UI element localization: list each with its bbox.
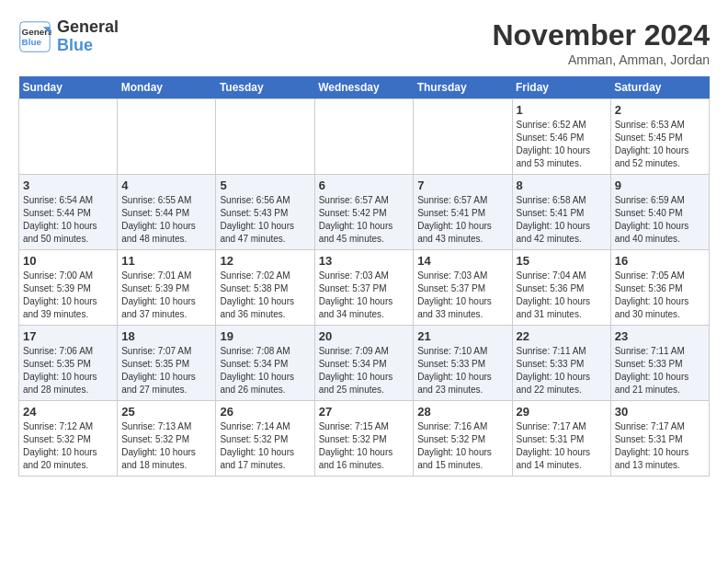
day-number: 20: [319, 329, 410, 343]
calendar-header-row: SundayMondayTuesdayWednesdayThursdayFrid…: [19, 76, 710, 99]
day-number: 5: [220, 178, 310, 192]
day-info: Sunrise: 6:57 AMSunset: 5:41 PMDaylight:…: [417, 194, 507, 246]
day-number: 16: [615, 254, 705, 268]
day-info: Sunrise: 7:08 AMSunset: 5:34 PMDaylight:…: [220, 345, 310, 396]
day-info: Sunrise: 6:52 AMSunset: 5:46 PMDaylight:…: [517, 119, 607, 170]
day-info: Sunrise: 7:06 AMSunset: 5:35 PMDaylight:…: [23, 345, 113, 396]
calendar-cell: 23Sunrise: 7:11 AMSunset: 5:33 PMDayligh…: [610, 326, 709, 401]
day-number: 6: [319, 178, 410, 192]
calendar-cell: [414, 99, 512, 175]
day-info: Sunrise: 6:59 AMSunset: 5:40 PMDaylight:…: [615, 194, 705, 246]
day-number: 15: [517, 254, 607, 268]
col-header-thursday: Thursday: [414, 76, 512, 99]
day-number: 10: [23, 254, 113, 268]
calendar-cell: 26Sunrise: 7:14 AMSunset: 5:32 PMDayligh…: [216, 401, 314, 477]
day-number: 30: [615, 405, 705, 419]
col-header-monday: Monday: [118, 76, 216, 99]
calendar-cell: [216, 99, 314, 175]
calendar-table: SundayMondayTuesdayWednesdayThursdayFrid…: [18, 76, 710, 477]
calendar-week-4: 17Sunrise: 7:06 AMSunset: 5:35 PMDayligh…: [19, 326, 710, 401]
page-header: General Blue General Blue November 2024 …: [18, 18, 710, 67]
calendar-cell: 9Sunrise: 6:59 AMSunset: 5:40 PMDaylight…: [610, 175, 709, 250]
calendar-cell: 2Sunrise: 6:53 AMSunset: 5:45 PMDaylight…: [610, 99, 709, 175]
day-number: 24: [23, 405, 113, 419]
day-number: 14: [417, 254, 507, 268]
day-number: 9: [615, 178, 705, 192]
day-info: Sunrise: 7:10 AMSunset: 5:33 PMDaylight:…: [417, 345, 507, 396]
day-info: Sunrise: 7:04 AMSunset: 5:36 PMDaylight:…: [517, 270, 607, 321]
day-info: Sunrise: 7:02 AMSunset: 5:38 PMDaylight:…: [220, 270, 310, 321]
day-number: 17: [23, 329, 113, 343]
calendar-week-1: 1Sunrise: 6:52 AMSunset: 5:46 PMDaylight…: [19, 99, 710, 175]
day-number: 25: [121, 405, 211, 419]
day-info: Sunrise: 6:54 AMSunset: 5:44 PMDaylight:…: [23, 194, 113, 246]
calendar-cell: 20Sunrise: 7:09 AMSunset: 5:34 PMDayligh…: [314, 326, 414, 401]
calendar-cell: 6Sunrise: 6:57 AMSunset: 5:42 PMDaylight…: [314, 175, 414, 250]
col-header-friday: Friday: [512, 76, 610, 99]
day-info: Sunrise: 7:09 AMSunset: 5:34 PMDaylight:…: [319, 345, 410, 396]
day-info: Sunrise: 7:05 AMSunset: 5:36 PMDaylight:…: [615, 270, 705, 321]
day-number: 1: [517, 103, 607, 117]
location: Amman, Amman, Jordan: [492, 52, 710, 67]
day-number: 28: [417, 405, 507, 419]
col-header-tuesday: Tuesday: [216, 76, 314, 99]
day-number: 23: [615, 329, 705, 343]
calendar-cell: 19Sunrise: 7:08 AMSunset: 5:34 PMDayligh…: [216, 326, 314, 401]
day-number: 18: [121, 329, 211, 343]
calendar-cell: 30Sunrise: 7:17 AMSunset: 5:31 PMDayligh…: [610, 401, 709, 477]
calendar-cell: 10Sunrise: 7:00 AMSunset: 5:39 PMDayligh…: [19, 250, 118, 326]
calendar-cell: 21Sunrise: 7:10 AMSunset: 5:33 PMDayligh…: [414, 326, 512, 401]
calendar-cell: [19, 99, 118, 175]
day-number: 29: [517, 405, 607, 419]
day-info: Sunrise: 6:53 AMSunset: 5:45 PMDaylight:…: [615, 119, 705, 170]
day-info: Sunrise: 6:55 AMSunset: 5:44 PMDaylight:…: [121, 194, 211, 246]
day-info: Sunrise: 6:56 AMSunset: 5:43 PMDaylight:…: [220, 194, 310, 246]
day-info: Sunrise: 6:57 AMSunset: 5:42 PMDaylight:…: [319, 194, 410, 246]
day-info: Sunrise: 7:00 AMSunset: 5:39 PMDaylight:…: [23, 270, 113, 321]
day-info: Sunrise: 7:01 AMSunset: 5:39 PMDaylight:…: [121, 270, 211, 321]
day-number: 21: [417, 329, 507, 343]
logo-icon: General Blue: [18, 20, 51, 53]
logo-text: General Blue: [57, 18, 119, 55]
col-header-saturday: Saturday: [610, 76, 709, 99]
day-number: 12: [220, 254, 310, 268]
day-info: Sunrise: 6:58 AMSunset: 5:41 PMDaylight:…: [517, 194, 607, 246]
calendar-cell: 18Sunrise: 7:07 AMSunset: 5:35 PMDayligh…: [118, 326, 216, 401]
calendar-cell: 15Sunrise: 7:04 AMSunset: 5:36 PMDayligh…: [512, 250, 610, 326]
day-info: Sunrise: 7:12 AMSunset: 5:32 PMDaylight:…: [23, 420, 113, 472]
calendar-cell: 4Sunrise: 6:55 AMSunset: 5:44 PMDaylight…: [118, 175, 216, 250]
day-info: Sunrise: 7:07 AMSunset: 5:35 PMDaylight:…: [121, 345, 211, 396]
calendar-cell: 28Sunrise: 7:16 AMSunset: 5:32 PMDayligh…: [414, 401, 512, 477]
calendar-cell: 12Sunrise: 7:02 AMSunset: 5:38 PMDayligh…: [216, 250, 314, 326]
day-number: 26: [220, 405, 310, 419]
day-info: Sunrise: 7:15 AMSunset: 5:32 PMDaylight:…: [319, 420, 410, 472]
col-header-sunday: Sunday: [19, 76, 118, 99]
title-area: November 2024 Amman, Amman, Jordan: [492, 18, 710, 67]
calendar-cell: 13Sunrise: 7:03 AMSunset: 5:37 PMDayligh…: [314, 250, 414, 326]
logo: General Blue General Blue: [18, 18, 119, 55]
calendar-week-5: 24Sunrise: 7:12 AMSunset: 5:32 PMDayligh…: [19, 401, 710, 477]
day-info: Sunrise: 7:16 AMSunset: 5:32 PMDaylight:…: [417, 420, 507, 472]
calendar-cell: 24Sunrise: 7:12 AMSunset: 5:32 PMDayligh…: [19, 401, 118, 477]
day-number: 19: [220, 329, 310, 343]
svg-text:Blue: Blue: [22, 37, 42, 47]
day-number: 22: [517, 329, 607, 343]
day-info: Sunrise: 7:11 AMSunset: 5:33 PMDaylight:…: [517, 345, 607, 396]
calendar-cell: 27Sunrise: 7:15 AMSunset: 5:32 PMDayligh…: [314, 401, 414, 477]
calendar-cell: 14Sunrise: 7:03 AMSunset: 5:37 PMDayligh…: [414, 250, 512, 326]
calendar-cell: [118, 99, 216, 175]
day-number: 3: [23, 178, 113, 192]
day-number: 13: [319, 254, 410, 268]
calendar-cell: 7Sunrise: 6:57 AMSunset: 5:41 PMDaylight…: [414, 175, 512, 250]
col-header-wednesday: Wednesday: [314, 76, 414, 99]
calendar-cell: 16Sunrise: 7:05 AMSunset: 5:36 PMDayligh…: [610, 250, 709, 326]
day-info: Sunrise: 7:17 AMSunset: 5:31 PMDaylight:…: [517, 420, 607, 472]
calendar-cell: 17Sunrise: 7:06 AMSunset: 5:35 PMDayligh…: [19, 326, 118, 401]
day-info: Sunrise: 7:03 AMSunset: 5:37 PMDaylight:…: [417, 270, 507, 321]
month-title: November 2024: [492, 18, 710, 52]
calendar-cell: [314, 99, 414, 175]
day-info: Sunrise: 7:03 AMSunset: 5:37 PMDaylight:…: [319, 270, 410, 321]
day-number: 7: [417, 178, 507, 192]
day-number: 27: [319, 405, 410, 419]
calendar-week-3: 10Sunrise: 7:00 AMSunset: 5:39 PMDayligh…: [19, 250, 710, 326]
